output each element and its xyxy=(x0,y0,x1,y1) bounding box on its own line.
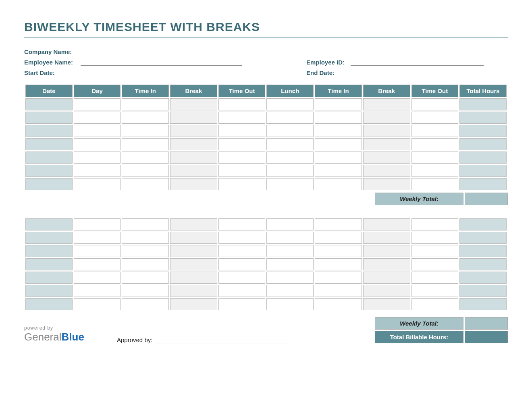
table-cell[interactable] xyxy=(315,272,362,284)
table-cell[interactable] xyxy=(218,138,266,150)
table-cell[interactable] xyxy=(218,218,266,230)
billable-value[interactable] xyxy=(465,331,508,343)
table-cell[interactable] xyxy=(363,258,410,270)
table-cell[interactable] xyxy=(266,272,314,284)
table-cell[interactable] xyxy=(74,165,121,177)
table-cell[interactable] xyxy=(25,298,73,310)
table-cell[interactable] xyxy=(266,125,314,137)
table-cell[interactable] xyxy=(315,285,362,297)
table-cell[interactable] xyxy=(315,232,362,244)
table-cell[interactable] xyxy=(459,232,507,244)
table-cell[interactable] xyxy=(122,258,169,270)
table-cell[interactable] xyxy=(74,232,121,244)
table-cell[interactable] xyxy=(363,165,410,177)
table-cell[interactable] xyxy=(411,138,459,150)
table-cell[interactable] xyxy=(459,285,507,297)
table-cell[interactable] xyxy=(25,245,73,257)
table-cell[interactable] xyxy=(315,112,362,124)
table-cell[interactable] xyxy=(74,178,121,190)
table-cell[interactable] xyxy=(459,298,507,310)
table-cell[interactable] xyxy=(122,272,169,284)
table-cell[interactable] xyxy=(266,218,314,230)
table-cell[interactable] xyxy=(363,112,410,124)
table-cell[interactable] xyxy=(25,285,73,297)
table-cell[interactable] xyxy=(74,245,121,257)
table-cell[interactable] xyxy=(25,125,73,137)
table-cell[interactable] xyxy=(459,98,507,110)
table-cell[interactable] xyxy=(74,125,121,137)
table-cell[interactable] xyxy=(266,245,314,257)
table-cell[interactable] xyxy=(315,245,362,257)
table-cell[interactable] xyxy=(363,245,410,257)
table-cell[interactable] xyxy=(459,258,507,270)
table-cell[interactable] xyxy=(25,258,73,270)
table-cell[interactable] xyxy=(170,258,217,270)
table-cell[interactable] xyxy=(218,178,266,190)
table-cell[interactable] xyxy=(218,285,266,297)
table-cell[interactable] xyxy=(315,152,362,164)
table-cell[interactable] xyxy=(266,258,314,270)
table-cell[interactable] xyxy=(74,218,121,230)
table-cell[interactable] xyxy=(315,258,362,270)
table-cell[interactable] xyxy=(122,112,169,124)
table-cell[interactable] xyxy=(170,232,217,244)
table-cell[interactable] xyxy=(74,152,121,164)
end-date-field[interactable] xyxy=(351,69,484,76)
table-cell[interactable] xyxy=(25,152,73,164)
table-cell[interactable] xyxy=(266,298,314,310)
table-cell[interactable] xyxy=(459,112,507,124)
table-cell[interactable] xyxy=(74,285,121,297)
week2-total-value[interactable] xyxy=(465,317,508,330)
table-cell[interactable] xyxy=(363,272,410,284)
table-cell[interactable] xyxy=(459,218,507,230)
table-cell[interactable] xyxy=(170,272,217,284)
table-cell[interactable] xyxy=(363,285,410,297)
table-cell[interactable] xyxy=(266,178,314,190)
table-cell[interactable] xyxy=(122,98,169,110)
table-cell[interactable] xyxy=(363,138,410,150)
table-cell[interactable] xyxy=(74,98,121,110)
table-cell[interactable] xyxy=(218,125,266,137)
table-cell[interactable] xyxy=(218,232,266,244)
table-cell[interactable] xyxy=(411,218,459,230)
table-cell[interactable] xyxy=(122,178,169,190)
table-cell[interactable] xyxy=(74,138,121,150)
table-cell[interactable] xyxy=(218,112,266,124)
table-cell[interactable] xyxy=(122,245,169,257)
table-cell[interactable] xyxy=(411,258,459,270)
table-cell[interactable] xyxy=(25,112,73,124)
table-cell[interactable] xyxy=(411,165,459,177)
start-date-field[interactable] xyxy=(81,69,242,76)
table-cell[interactable] xyxy=(74,258,121,270)
table-cell[interactable] xyxy=(218,258,266,270)
table-cell[interactable] xyxy=(74,272,121,284)
table-cell[interactable] xyxy=(25,218,73,230)
table-cell[interactable] xyxy=(170,152,217,164)
table-cell[interactable] xyxy=(266,98,314,110)
table-cell[interactable] xyxy=(315,98,362,110)
table-cell[interactable] xyxy=(363,152,410,164)
table-cell[interactable] xyxy=(74,112,121,124)
company-name-field[interactable] xyxy=(81,48,242,55)
table-cell[interactable] xyxy=(363,232,410,244)
table-cell[interactable] xyxy=(170,125,217,137)
table-cell[interactable] xyxy=(315,165,362,177)
employee-name-field[interactable] xyxy=(81,58,242,66)
table-cell[interactable] xyxy=(411,178,459,190)
table-cell[interactable] xyxy=(170,218,217,230)
table-cell[interactable] xyxy=(218,298,266,310)
table-cell[interactable] xyxy=(170,245,217,257)
table-cell[interactable] xyxy=(266,232,314,244)
table-cell[interactable] xyxy=(363,298,410,310)
table-cell[interactable] xyxy=(122,218,169,230)
employee-id-field[interactable] xyxy=(351,58,484,66)
table-cell[interactable] xyxy=(122,152,169,164)
approved-by-field[interactable] xyxy=(156,336,290,343)
table-cell[interactable] xyxy=(122,125,169,137)
table-cell[interactable] xyxy=(122,298,169,310)
table-cell[interactable] xyxy=(170,138,217,150)
table-cell[interactable] xyxy=(411,152,459,164)
table-cell[interactable] xyxy=(411,272,459,284)
table-cell[interactable] xyxy=(459,152,507,164)
table-cell[interactable] xyxy=(363,218,410,230)
